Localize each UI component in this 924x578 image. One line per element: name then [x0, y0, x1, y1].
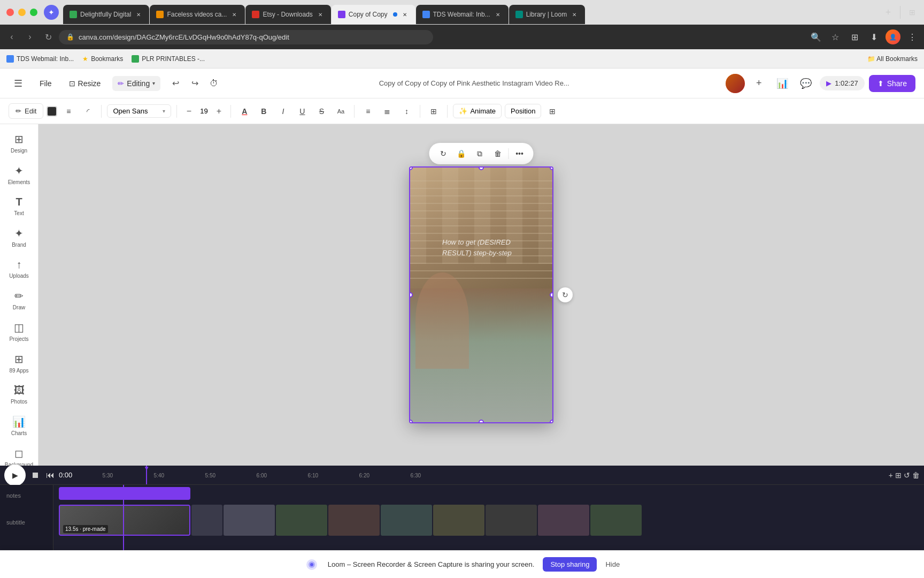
edit-button[interactable]: ✏ Edit — [9, 103, 43, 119]
tab-search-button[interactable]: ⊞ — [905, 5, 920, 20]
new-tab-button[interactable]: + — [881, 5, 896, 20]
window-close[interactable] — [6, 9, 14, 16]
canvas-area[interactable]: ↻ 🔒 ⧉ 🗑 ••• How to — [38, 124, 924, 466]
timeline-thumb[interactable] — [538, 505, 589, 536]
tab-faceless[interactable]: Faceless videos ca... ✕ — [150, 5, 245, 24]
rotate-handle[interactable]: ↻ — [558, 287, 573, 302]
color-picker[interactable] — [47, 106, 57, 117]
increase-font-size-button[interactable]: + — [212, 105, 225, 118]
delete-element-button[interactable]: 🗑 — [490, 146, 505, 161]
tab-close[interactable]: ✕ — [230, 10, 238, 19]
sidebar-item-elements[interactable]: ✦ Elements — [3, 160, 35, 189]
sidebar-item-background[interactable]: ◻ Background — [3, 443, 35, 466]
timeline-selected-clip[interactable]: 13.5s · pre-made — [59, 505, 190, 536]
tab-library-loom[interactable]: Library | Loom ✕ — [509, 5, 585, 24]
resize-handle-bottom-center[interactable] — [479, 420, 484, 423]
timeline-thumb[interactable] — [486, 505, 537, 536]
timeline-thumb[interactable] — [590, 505, 642, 536]
design-canvas-element[interactable]: How to get (DESIRED RESULT) step-by-step — [409, 166, 553, 423]
align-button[interactable]: ≡ — [60, 103, 76, 119]
sidebar-item-photos[interactable]: 🖼 Photos — [3, 380, 35, 409]
sidebar-item-apps[interactable]: ⊞ 89 Apps — [3, 348, 35, 378]
selected-element[interactable]: ↻ 🔒 ⧉ 🗑 ••• How to — [409, 166, 553, 423]
timeline-thumb[interactable] — [328, 505, 380, 536]
tab-copy-of-copy[interactable]: Copy of Copy ✕ — [332, 5, 415, 24]
play-button[interactable]: ▶ — [4, 465, 26, 486]
bookmark-plr[interactable]: PLR PRINTABLES -... — [132, 55, 205, 63]
extensions-button[interactable]: ⊞ — [847, 29, 862, 44]
line-spacing-button[interactable]: ↕ — [398, 103, 414, 119]
sidebar-item-uploads[interactable]: ↑ Uploads — [3, 254, 35, 283]
window-maximize[interactable] — [30, 9, 37, 16]
hide-button[interactable]: Hide — [605, 560, 620, 568]
sidebar-item-text[interactable]: T Text — [3, 192, 35, 220]
tab-delightfully-digital[interactable]: Delightfully Digital ✕ — [63, 5, 149, 24]
text-align-button[interactable]: ≡ — [360, 103, 376, 119]
menu-button[interactable]: ⋮ — [905, 29, 920, 44]
forward-button[interactable]: › — [22, 29, 37, 44]
sidebar-item-draw[interactable]: ✏ Draw — [3, 285, 35, 315]
timer-button[interactable]: ▶ 1:02:27 — [820, 76, 864, 90]
sidebar-item-projects[interactable]: ◫ Projects — [3, 317, 35, 346]
italic-button[interactable]: I — [275, 103, 291, 119]
timeline-thumb[interactable] — [276, 505, 327, 536]
bold-button[interactable]: B — [256, 103, 272, 119]
rotate-element-button[interactable]: ↻ — [436, 146, 451, 161]
search-button[interactable]: 🔍 — [808, 29, 823, 44]
add-collaborator-button[interactable]: + — [749, 74, 768, 93]
user-avatar[interactable]: 👤 — [886, 29, 900, 44]
more-options-button[interactable]: ⊞ — [544, 103, 560, 119]
timeline-grid-button[interactable]: ⊞ — [895, 471, 902, 480]
address-bar[interactable]: 🔒 canva.com/design/DAGcZMy6rcE/LvDGqHw9o… — [59, 30, 433, 44]
extension-icon[interactable]: ✦ — [44, 5, 59, 20]
lock-element-button[interactable]: 🔒 — [454, 146, 469, 161]
user-profile-avatar[interactable] — [726, 74, 745, 93]
timer-reset-button[interactable]: ⏱ — [205, 75, 222, 92]
bookmark-all-bookmarks[interactable]: 📁 All Bookmarks — [867, 55, 918, 63]
bookmark-star-button[interactable]: ☆ — [828, 29, 843, 44]
position-button[interactable]: Position — [505, 104, 541, 118]
timeline-replay-button[interactable]: ↺ — [904, 471, 910, 480]
resize-handle-bottom-right[interactable] — [550, 420, 553, 423]
decrease-font-size-button[interactable]: − — [182, 105, 195, 118]
audio-clip[interactable] — [59, 487, 190, 500]
download-button[interactable]: ⬇ — [866, 29, 881, 44]
editing-mode-button[interactable]: ✏ Editing ▾ — [112, 76, 160, 91]
file-menu-button[interactable]: File — [34, 76, 57, 91]
sidebar-item-brand[interactable]: ✦ Brand — [3, 223, 35, 252]
underline-button[interactable]: U — [294, 103, 310, 119]
tab-etsy[interactable]: Etsy - Downloads ✕ — [245, 5, 330, 24]
text-case-button[interactable]: Aa — [333, 103, 349, 119]
share-button[interactable]: ⬆ Share — [869, 75, 915, 92]
corner-button[interactable]: ◜ — [80, 103, 96, 119]
grid-dots-button[interactable]: ⊞ — [426, 103, 442, 119]
comments-button[interactable]: 💬 — [796, 74, 815, 93]
window-minimize[interactable] — [18, 9, 26, 16]
tab-close[interactable]: ✕ — [570, 10, 579, 19]
resize-handle-bottom-left[interactable] — [409, 420, 413, 423]
canva-menu-button[interactable]: ☰ — [9, 74, 28, 93]
strikethrough-button[interactable]: S — [313, 103, 329, 119]
tab-close[interactable]: ✕ — [316, 10, 325, 19]
timeline-thumb[interactable] — [381, 505, 432, 536]
timeline-add-button[interactable]: + — [889, 471, 893, 480]
timeline-thumb[interactable] — [433, 505, 484, 536]
animate-button[interactable]: ✨ Animate — [453, 104, 502, 118]
font-color-button[interactable]: A — [236, 103, 252, 119]
sidebar-item-charts[interactable]: 📊 Charts — [3, 411, 35, 440]
charts-button[interactable]: 📊 — [773, 74, 792, 93]
tab-close[interactable]: ✕ — [494, 10, 502, 19]
timeline-thumb[interactable] — [224, 505, 275, 536]
bookmark-bookmarks[interactable]: ★ Bookmarks — [82, 55, 123, 63]
timeline-thumb[interactable] — [191, 505, 222, 536]
resize-handle-top-right[interactable] — [550, 166, 553, 170]
more-element-options-button[interactable]: ••• — [512, 146, 527, 161]
font-family-selector[interactable]: Open Sans ▾ — [107, 104, 171, 118]
list-button[interactable]: ≣ — [379, 103, 395, 119]
tab-close[interactable]: ✕ — [134, 10, 143, 19]
tab-tds-webmail[interactable]: TDS Webmail: Inb... ✕ — [416, 5, 509, 24]
duplicate-element-button[interactable]: ⧉ — [472, 146, 487, 161]
reload-button[interactable]: ↻ — [41, 29, 56, 44]
stop-button[interactable]: ⏹ — [29, 470, 42, 480]
undo-button[interactable]: ↩ — [167, 75, 184, 92]
